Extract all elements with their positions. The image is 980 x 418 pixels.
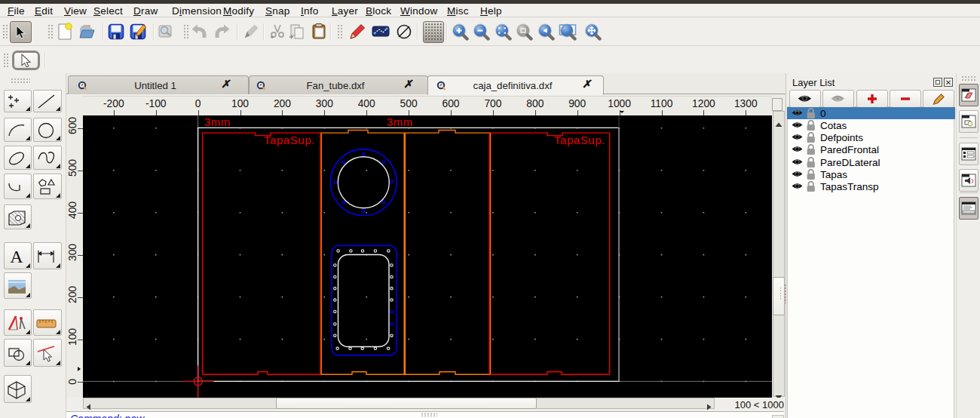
svg-text:TapaSup.: TapaSup. [264,134,315,146]
svg-text:3mm: 3mm [387,115,413,128]
svg-text:A: A [10,247,23,266]
svg-text:TapaSup.: TapaSup. [554,134,605,146]
svg-text:3mm: 3mm [204,115,231,128]
